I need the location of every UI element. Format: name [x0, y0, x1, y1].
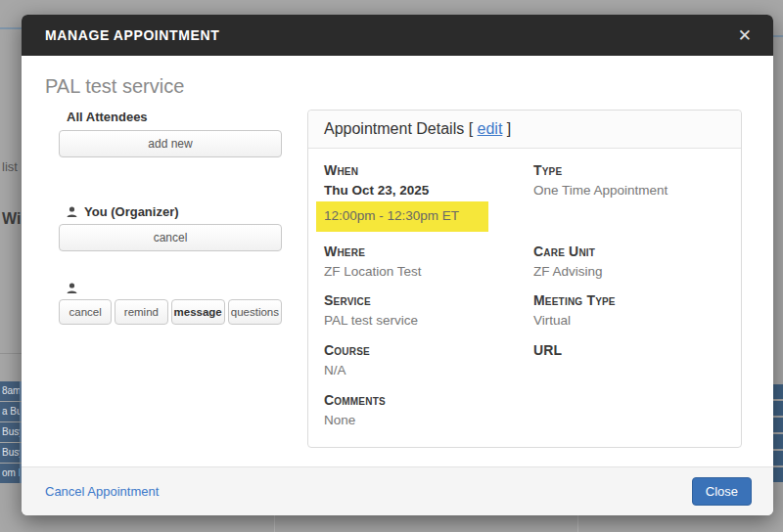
edit-link[interactable]: edit: [478, 120, 503, 137]
field-when-date: Thu Oct 23, 2025: [324, 181, 516, 200]
organizer-name: You (Organizer): [84, 204, 179, 219]
field-comments: Comments None: [324, 392, 516, 430]
appointment-details-header: Appointment Details [ edit ]: [308, 111, 741, 149]
background-column-divider: [274, 515, 275, 532]
page-title: PAL test service: [45, 75, 744, 98]
field-service: Service PAL test service: [324, 292, 516, 331]
calendar-busy-slot: 8am: [0, 381, 22, 401]
modal-footer: Cancel Appointment Close: [22, 466, 773, 515]
calendar-busy-slot: a Bus: [0, 402, 22, 421]
background-cut-text: list: [2, 159, 18, 174]
close-button[interactable]: Close: [692, 477, 752, 506]
modal-title: MANAGE APPOINTMENT: [45, 27, 219, 43]
attendees-heading: All Attendees: [67, 110, 282, 124]
field-where: Where ZF Location Test: [324, 244, 516, 282]
field-label: Comments: [324, 392, 516, 408]
field-value: One Time Appointment: [533, 181, 725, 200]
details-grid: When Thu Oct 23, 2025 12:00pm - 12:30pm …: [308, 149, 741, 447]
calendar-busy-slot: [772, 401, 783, 416]
field-course: Course N/A: [324, 342, 516, 380]
cancel-appointment-link[interactable]: Cancel Appointment: [45, 484, 159, 499]
calendar-busy-slot: [772, 467, 783, 482]
calendar-busy-stack-right: [772, 384, 783, 484]
calendar-busy-slot: Busy: [0, 422, 22, 442]
background-divider-line: [0, 27, 22, 29]
appointment-details-panel: Appointment Details [ edit ] When Thu Oc…: [307, 110, 742, 448]
field-value: N/A: [324, 361, 516, 380]
field-label: Type: [533, 162, 725, 178]
field-label: Meeting Type: [533, 292, 725, 308]
field-value: Virtual: [533, 311, 725, 331]
calendar-busy-slot: [772, 434, 783, 449]
details-heading: Appointment Details: [324, 120, 464, 137]
field-care-unit: Care Unit ZF Advising: [533, 244, 725, 282]
field-when-time-highlighted: 12:00pm - 12:30pm ET: [316, 201, 488, 232]
calendar-busy-slot: [772, 418, 783, 432]
field-type: Type One Time Appointment: [533, 162, 725, 232]
add-new-attendee-button[interactable]: add new: [59, 130, 282, 157]
calendar-busy-slot: om B: [0, 464, 22, 483]
background-cut-text: Wi: [2, 210, 21, 228]
calendar-busy-stack-left: 8am a Bus Busy Busy om B: [0, 381, 22, 484]
background-divider-line: [0, 353, 22, 354]
field-label: Service: [324, 292, 516, 308]
field-label: Where: [324, 244, 516, 259]
calendar-busy-slot: [772, 384, 783, 399]
bracket: [: [469, 120, 473, 137]
attendees-panel: All Attendees add new You (Organizer) ca…: [59, 110, 282, 325]
attendee-questions-button[interactable]: questions: [228, 299, 282, 325]
person-icon: [67, 206, 77, 218]
modal-header: MANAGE APPOINTMENT ✕: [22, 15, 773, 56]
bracket: ]: [507, 120, 511, 137]
attendee-remind-button[interactable]: remind: [115, 299, 167, 325]
attendee-message-button[interactable]: message: [171, 299, 225, 325]
attendee-actions: cancel remind message questions: [59, 299, 282, 325]
field-label: URL: [533, 342, 725, 358]
field-value: None: [324, 411, 516, 430]
person-icon: [67, 283, 77, 294]
background-column-divider: [577, 515, 578, 532]
field-value: ZF Advising: [533, 262, 725, 282]
field-label: When: [324, 162, 516, 178]
calendar-busy-slot: [772, 451, 783, 466]
field-value: PAL test service: [324, 311, 516, 331]
calendar-busy-slot: Busy: [0, 443, 22, 463]
close-icon[interactable]: ✕: [732, 23, 758, 48]
organizer-cancel-button[interactable]: cancel: [59, 224, 282, 251]
field-meeting-type: Meeting Type Virtual: [533, 292, 725, 331]
field-value: ZF Location Test: [324, 262, 516, 282]
modal-body: PAL test service All Attendees add new Y…: [22, 56, 773, 466]
field-label: Course: [324, 342, 516, 358]
field-url: URL: [533, 342, 725, 380]
attendee-cancel-button[interactable]: cancel: [59, 299, 112, 325]
manage-appointment-modal: MANAGE APPOINTMENT ✕ PAL test service Al…: [22, 15, 773, 515]
field-when: When Thu Oct 23, 2025 12:00pm - 12:30pm …: [324, 162, 516, 232]
field-label: Care Unit: [533, 244, 725, 259]
